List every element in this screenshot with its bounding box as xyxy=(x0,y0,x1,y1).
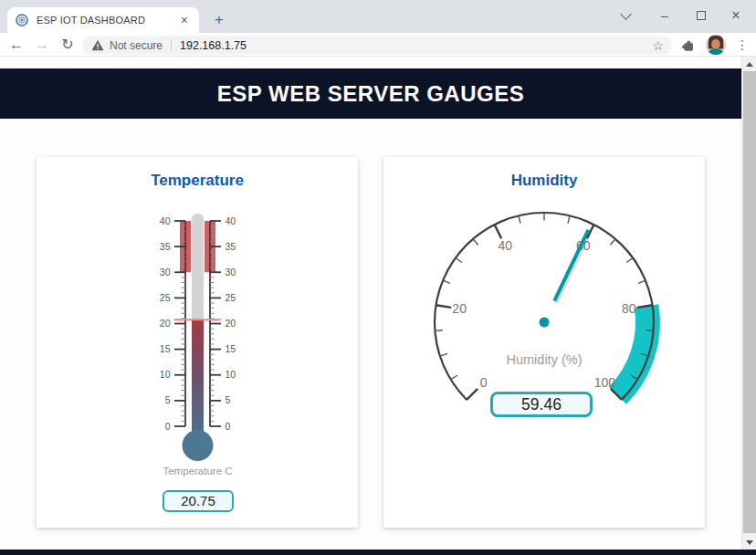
svg-text:15: 15 xyxy=(160,343,171,354)
svg-text:40: 40 xyxy=(499,238,513,253)
page-title: ESP WEB SERVER GAUGES xyxy=(0,68,741,119)
svg-text:25: 25 xyxy=(160,292,171,303)
svg-text:20: 20 xyxy=(452,301,467,316)
vertical-scrollbar[interactable] xyxy=(741,57,756,550)
svg-text:80: 80 xyxy=(622,301,636,316)
svg-text:35: 35 xyxy=(226,241,236,252)
svg-text:5: 5 xyxy=(226,394,231,405)
temperature-value-box: 20.75 xyxy=(163,490,234,512)
svg-text:100: 100 xyxy=(594,375,616,390)
tab-search-chevron-icon[interactable] xyxy=(614,4,637,27)
temperature-thermometer-gauge: 00551010151520202525303035354040Temperat… xyxy=(37,157,358,528)
browser-menu-icon[interactable]: ⋮ xyxy=(736,37,749,52)
extensions-puzzle-icon[interactable] xyxy=(680,37,696,53)
svg-text:Humidity (%): Humidity (%) xyxy=(507,352,583,367)
svg-text:30: 30 xyxy=(226,267,236,278)
scrollbar-down-icon[interactable] xyxy=(742,535,756,550)
security-label: Not secure xyxy=(110,39,163,52)
window-minimize-button[interactable]: – xyxy=(653,4,677,27)
favicon-icon xyxy=(15,13,29,27)
svg-text:25: 25 xyxy=(226,292,236,303)
svg-text:20: 20 xyxy=(160,318,171,329)
svg-text:15: 15 xyxy=(226,343,236,354)
browser-tab[interactable]: ESP IOT DASHBOARD × xyxy=(7,7,199,33)
temperature-card: Temperature 0055101015152020252530303535… xyxy=(37,157,358,528)
forward-icon[interactable]: → xyxy=(29,37,55,53)
back-icon[interactable]: ← xyxy=(4,37,29,53)
svg-text:35: 35 xyxy=(160,241,171,252)
svg-text:0: 0 xyxy=(165,421,171,432)
window-maximize-button[interactable] xyxy=(689,4,713,27)
omnibox-divider xyxy=(171,39,172,51)
not-secure-warning-icon xyxy=(91,39,104,51)
svg-text:30: 30 xyxy=(160,267,171,278)
svg-text:Temperature C: Temperature C xyxy=(163,466,232,476)
profile-avatar[interactable] xyxy=(705,34,727,56)
svg-text:10: 10 xyxy=(160,369,171,380)
svg-text:5: 5 xyxy=(165,394,171,405)
page-footer xyxy=(0,550,756,555)
svg-text:40: 40 xyxy=(160,215,171,226)
humidity-value-box: 59.46 xyxy=(490,392,593,417)
tab-title: ESP IOT DASHBOARD xyxy=(37,15,177,26)
humidity-card: Humidity 020406080100Humidity (%) 59.46 xyxy=(383,157,705,528)
svg-text:20: 20 xyxy=(226,318,236,329)
reload-icon[interactable]: ↻ xyxy=(55,36,80,53)
url-text: 192.168.1.75 xyxy=(180,39,247,52)
scrollbar-up-icon[interactable] xyxy=(742,57,756,71)
page-content: ESP WEB SERVER GAUGES Temperature 005510… xyxy=(0,57,756,555)
bookmark-star-icon[interactable]: ☆ xyxy=(652,38,664,53)
svg-text:10: 10 xyxy=(226,369,236,380)
address-bar[interactable]: Not secure 192.168.1.75 ☆ xyxy=(82,36,672,55)
page-header: ESP WEB SERVER GAUGES xyxy=(0,68,741,119)
browser-toolbar: ← → ↻ Not secure 192.168.1.75 ☆ xyxy=(0,33,756,57)
svg-text:40: 40 xyxy=(226,215,236,226)
svg-text:0: 0 xyxy=(480,375,488,390)
humidity-radial-gauge: 020406080100Humidity (%) xyxy=(383,157,705,528)
scrollbar-thumb[interactable] xyxy=(743,71,756,533)
window-close-button[interactable]: × xyxy=(724,4,748,27)
svg-text:0: 0 xyxy=(226,421,231,432)
tab-close-icon[interactable]: × xyxy=(177,13,192,27)
tab-strip: ESP IOT DASHBOARD × + – × xyxy=(0,0,756,33)
new-tab-button[interactable]: + xyxy=(208,9,230,31)
